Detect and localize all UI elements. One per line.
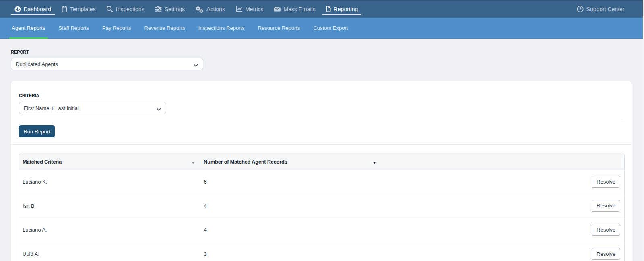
- svg-text:?: ?: [579, 7, 581, 11]
